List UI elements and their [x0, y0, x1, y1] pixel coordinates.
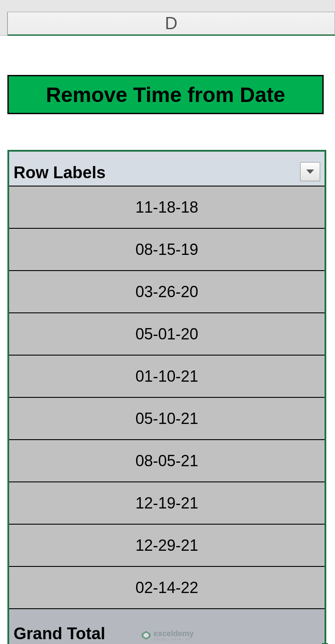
watermark-brand: exceldemy	[154, 629, 194, 638]
column-header-label: D	[165, 14, 178, 33]
pivot-row-value: 05-10-21	[135, 410, 198, 428]
column-header-D[interactable]: D	[7, 12, 335, 36]
spreadsheet-top-gutter	[0, 0, 335, 12]
pivot-grand-total-label: Grand Total	[14, 624, 105, 643]
pivot-row-value: 08-15-19	[135, 241, 198, 259]
pivot-row-value: 11-18-18	[135, 198, 198, 217]
pivot-row[interactable]: 12-19-21	[9, 482, 325, 525]
watermark: exceldemy EXCEL · DATA · BI	[141, 629, 194, 641]
pivot-row[interactable]: 08-05-21	[9, 440, 325, 482]
chevron-down-icon	[306, 169, 314, 174]
column-header-row: D	[0, 12, 335, 36]
pivot-row[interactable]: 03-26-20	[9, 271, 325, 313]
title-text: Remove Time from Date	[46, 83, 285, 107]
pivot-row-value: 12-29-21	[135, 536, 198, 555]
title-cell[interactable]: Remove Time from Date	[7, 75, 324, 114]
pivot-row[interactable]: 11-18-18	[9, 186, 325, 229]
pivot-header-label: Row Labels	[14, 163, 106, 182]
pivot-row-value: 08-05-21	[135, 452, 198, 470]
pivot-row[interactable]: 05-10-21	[9, 398, 325, 440]
svg-marker-0	[306, 169, 314, 174]
pivot-row[interactable]: 12-29-21	[9, 525, 325, 567]
pivot-row[interactable]: 02-14-22	[9, 567, 325, 609]
filter-dropdown-button[interactable]	[300, 162, 320, 181]
pivot-row-value: 12-19-21	[135, 494, 198, 512]
pivot-header-cell[interactable]: Row Labels	[9, 152, 325, 186]
watermark-text: exceldemy EXCEL · DATA · BI	[154, 629, 194, 641]
pivot-row[interactable]: 05-01-20	[9, 313, 325, 356]
watermark-logo-icon	[141, 630, 151, 640]
pivot-row[interactable]: 01-10-21	[9, 356, 325, 398]
row-header-stub	[0, 12, 7, 36]
pivot-table-selection[interactable]: Row Labels 11-18-18 08-15-19	[7, 150, 326, 644]
grid-area: Remove Time from Date Row Labels 11-18-1…	[0, 36, 335, 644]
pivot-row[interactable]: 08-15-19	[9, 229, 325, 271]
watermark-tagline: EXCEL · DATA · BI	[154, 637, 194, 641]
pivot-row-value: 05-01-20	[135, 325, 198, 343]
pivot-row-value: 02-14-22	[135, 579, 198, 597]
pivot-row-value: 01-10-21	[135, 367, 198, 386]
pivot-row-value: 03-26-20	[135, 283, 198, 301]
worksheet-screenshot: D Remove Time from Date Row Labels	[0, 0, 335, 644]
worksheet-body: Remove Time from Date Row Labels 11-18-1…	[7, 36, 326, 644]
